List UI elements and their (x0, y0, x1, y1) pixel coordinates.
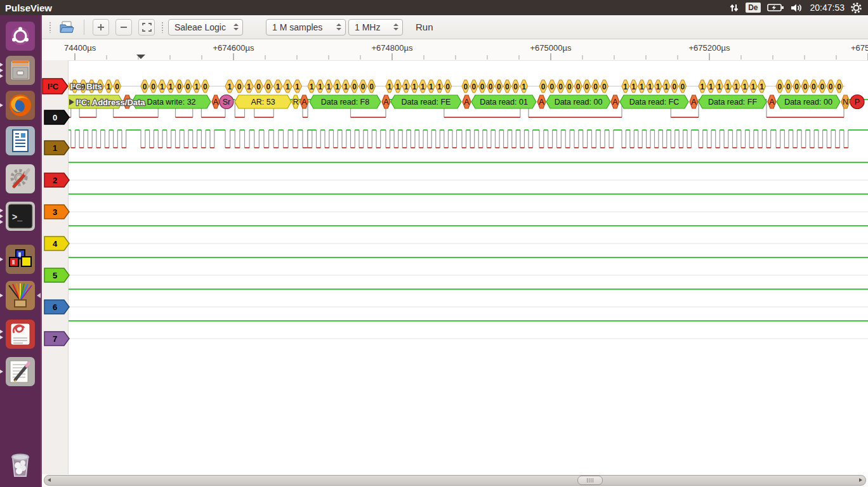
battery-icon[interactable] (767, 3, 784, 12)
channel-tag-2[interactable]: 2 (44, 173, 69, 187)
ruler (42, 39, 868, 60)
sample-count-select[interactable]: 1 M samples (266, 19, 346, 36)
bit-value: 0 (513, 82, 518, 91)
addr-row-label: I²C: Address/Data (76, 98, 145, 107)
channel-tag-7[interactable]: 7 (44, 332, 69, 346)
bit-value: 0 (680, 82, 685, 91)
launcher-icon-ubuntu[interactable] (5, 21, 36, 51)
main-toolbar: Saleae Logic 1 M samples 1 MHz Run (42, 15, 868, 39)
bit-value: 0 (550, 82, 555, 91)
settings-icon (5, 164, 36, 194)
annotation-text: Data read: FF (708, 98, 757, 107)
bit-value: 0 (266, 82, 271, 91)
panel-clock[interactable]: 20:47:53 (810, 3, 845, 13)
tag-text: 2 (53, 176, 57, 185)
decoder-tag-i2c[interactable]: I²C (43, 79, 68, 94)
open-folder-icon (59, 20, 74, 34)
bit-value: 0 (472, 82, 477, 91)
bit-value: 0 (497, 82, 501, 91)
annotation-text: A (213, 98, 219, 107)
bit-value: 1 (295, 82, 299, 91)
bit-value: 1 (160, 82, 164, 91)
bit-value: 0 (237, 82, 242, 91)
running-pips (0, 280, 3, 311)
bit-value: 0 (352, 82, 357, 91)
bit-value: 1 (734, 82, 739, 91)
plus-icon (96, 23, 105, 32)
bit-value: 0 (803, 82, 808, 91)
launcher-icon-wires[interactable] (5, 280, 36, 311)
bit-value: 0 (829, 82, 833, 91)
running-pips (0, 244, 3, 275)
sample-rate-value: 1 MHz (355, 22, 388, 32)
annotation-text: Data read: FE (402, 98, 451, 107)
sample-rate-select[interactable]: 1 MHz (348, 19, 403, 36)
writer-icon (5, 126, 36, 156)
channel-tag-5[interactable]: 5 (44, 268, 69, 282)
ruler-label: +675 (851, 43, 868, 53)
open-file-button[interactable] (57, 18, 76, 36)
launcher-icon-settings[interactable] (5, 164, 36, 194)
spinner-arrows-icon (393, 23, 398, 30)
annotation-text: Data read: 00 (555, 98, 603, 107)
launcher-icon-firefox[interactable] (5, 90, 36, 120)
bit-value: 1 (247, 82, 251, 91)
keyboard-layout-indicator[interactable]: De (746, 3, 760, 13)
channel-tag-4[interactable]: 4 (44, 237, 69, 250)
launcher-icon-files[interactable] (5, 55, 36, 86)
network-arrows-icon[interactable] (729, 3, 739, 13)
launcher-icon-terminal[interactable]: >_ (5, 201, 36, 231)
channel-tag-6[interactable]: 6 (44, 300, 69, 314)
toolbar-grip (161, 22, 164, 33)
zoom-out-button[interactable] (115, 19, 132, 36)
session-gear-icon[interactable] (851, 3, 862, 13)
tag-text: 4 (53, 239, 58, 249)
channel-tag-3[interactable]: 3 (44, 205, 69, 219)
horizontal-scrollbar[interactable] (44, 475, 866, 486)
launcher-icon-notepad[interactable] (5, 356, 36, 387)
tag-text: 6 (53, 302, 57, 312)
bit-value: 1 (421, 82, 425, 91)
bit-value: 1 (709, 82, 713, 91)
bit-value: 1 (276, 82, 280, 91)
launcher-icon-trash[interactable] (5, 449, 36, 479)
annotation-text: A (539, 98, 544, 107)
annotation-text: AR: 53 (251, 98, 275, 107)
scroll-left-icon[interactable] (48, 478, 51, 482)
launcher-icon-writer[interactable] (5, 126, 36, 156)
bit-value: 1 (387, 82, 391, 91)
zoom-fit-button[interactable] (138, 19, 155, 36)
thumb-grip (587, 478, 593, 483)
scrollbar-thumb[interactable] (577, 476, 603, 485)
bit-value: 1 (194, 82, 199, 91)
ruler-label: 74400µs (64, 43, 96, 53)
bit-value: 1 (429, 82, 433, 91)
run-button[interactable]: Run (412, 21, 437, 33)
spinner-arrows-icon (233, 23, 239, 30)
bit-value: 1 (335, 82, 339, 91)
volume-icon[interactable] (791, 3, 804, 13)
annotation-text: Data write: 32 (147, 98, 195, 107)
annotation-text: A (769, 98, 775, 107)
files-icon (5, 55, 36, 86)
trace-view[interactable]: 74400µs+674600µs+674800µs+675000µs+67520… (42, 39, 868, 474)
annotation-text: A (464, 98, 470, 107)
annotation-text: A (301, 98, 307, 107)
scroll-right-icon[interactable] (859, 478, 862, 482)
launcher-icon-reddoc[interactable] (5, 319, 36, 349)
running-pips (0, 201, 3, 231)
channel-tag-0[interactable]: 0 (44, 110, 69, 124)
channel-tag-1[interactable]: 1 (44, 141, 69, 155)
bit-value: 1 (623, 82, 628, 91)
bit-value: 1 (437, 82, 442, 91)
running-pips (0, 319, 3, 349)
zoom-fit-icon (142, 23, 152, 32)
bit-value: 0 (177, 82, 181, 91)
launcher-icon-squares[interactable] (5, 244, 36, 275)
zoom-in-button[interactable] (93, 19, 109, 36)
ruler-label: +675000µs (530, 43, 572, 53)
ruler-label: +674600µs (213, 43, 254, 53)
bit-value: 1 (648, 82, 652, 91)
device-select[interactable]: Saleae Logic (168, 19, 243, 36)
bit-value: 1 (717, 82, 721, 91)
